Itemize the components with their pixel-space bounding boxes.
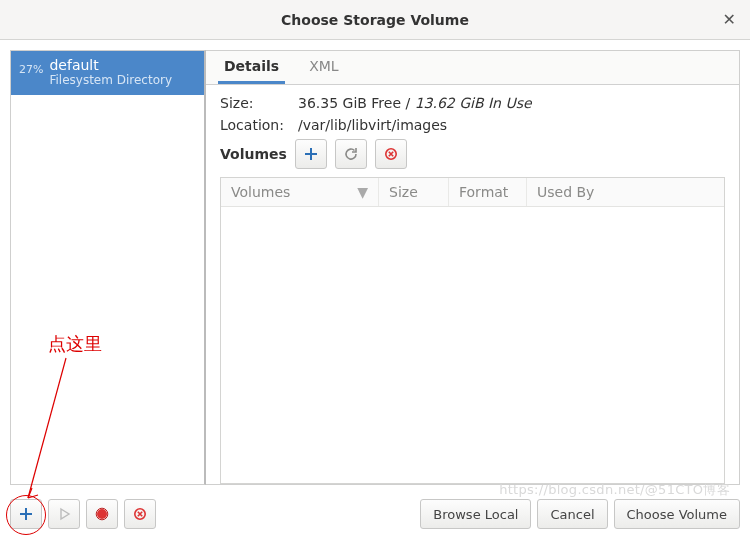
- tab-xml[interactable]: XML: [303, 51, 344, 84]
- pool-subtitle: Filesystem Directory: [49, 73, 172, 87]
- storage-pool-list: 27% default Filesystem Directory: [10, 50, 206, 485]
- delete-pool-button[interactable]: [124, 499, 156, 529]
- pool-name: default: [49, 57, 172, 73]
- main-panel: Details XML Size: 36.35 GiB Free / 13.62…: [206, 50, 740, 485]
- location-label: Location:: [220, 117, 288, 133]
- choose-volume-button[interactable]: Choose Volume: [614, 499, 740, 529]
- content-area: 27% default Filesystem Directory Details…: [0, 40, 750, 485]
- sort-icon: ▼: [357, 184, 368, 200]
- window-title: Choose Storage Volume: [281, 12, 469, 28]
- pool-item-default[interactable]: 27% default Filesystem Directory: [11, 51, 204, 95]
- svg-point-1: [97, 509, 107, 519]
- add-pool-button[interactable]: [10, 499, 42, 529]
- location-value: /var/lib/libvirt/images: [298, 117, 447, 133]
- col-size[interactable]: Size: [379, 178, 449, 206]
- table-header: Volumes ▼ Size Format Used By: [221, 178, 724, 207]
- tabs: Details XML: [206, 51, 739, 85]
- titlebar: Choose Storage Volume ✕: [0, 0, 750, 40]
- volumes-label: Volumes: [220, 146, 287, 162]
- footer: Browse Local Cancel Choose Volume: [10, 499, 740, 529]
- close-icon[interactable]: ✕: [723, 10, 736, 29]
- stop-pool-button[interactable]: [86, 499, 118, 529]
- refresh-button[interactable]: [335, 139, 367, 169]
- col-usedby[interactable]: Used By: [527, 178, 724, 206]
- col-format[interactable]: Format: [449, 178, 527, 206]
- pool-usage-percent: 27%: [19, 57, 43, 76]
- add-volume-button[interactable]: [295, 139, 327, 169]
- tab-details[interactable]: Details: [218, 51, 285, 84]
- size-value: 36.35 GiB Free / 13.62 GiB In Use: [298, 95, 532, 111]
- volumes-table: Volumes ▼ Size Format Used By: [220, 177, 725, 484]
- delete-volume-button[interactable]: [375, 139, 407, 169]
- cancel-button[interactable]: Cancel: [537, 499, 607, 529]
- browse-local-button[interactable]: Browse Local: [420, 499, 531, 529]
- size-label: Size:: [220, 95, 288, 111]
- table-body: [221, 207, 724, 483]
- col-volumes[interactable]: Volumes ▼: [221, 178, 379, 206]
- details-section: Size: 36.35 GiB Free / 13.62 GiB In Use …: [206, 85, 739, 177]
- start-pool-button[interactable]: [48, 499, 80, 529]
